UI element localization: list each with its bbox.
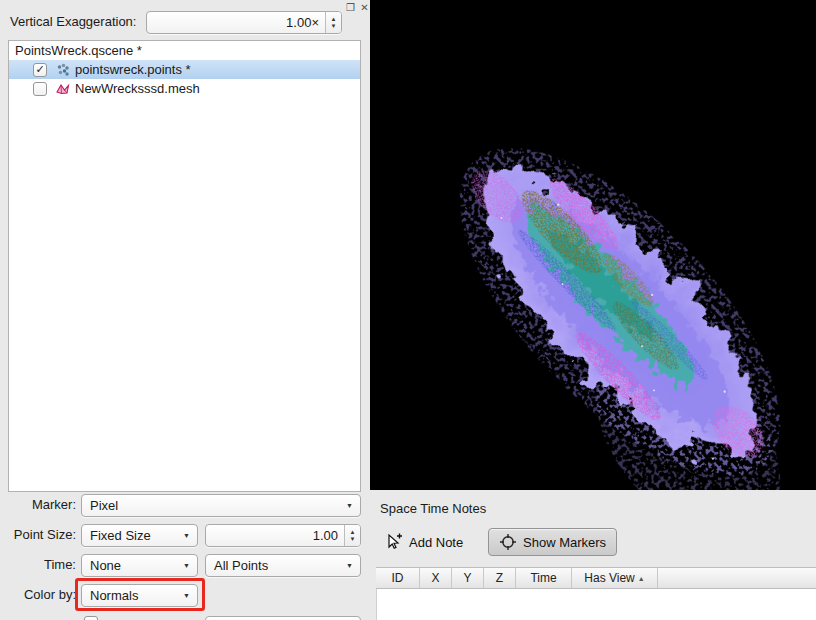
- mesh-icon: [55, 81, 71, 97]
- checkmark-icon: ✓: [35, 63, 44, 76]
- column-header-y[interactable]: Y: [452, 568, 484, 588]
- column-header-id[interactable]: ID: [376, 568, 420, 588]
- spin-steppers[interactable]: ▲ ▼: [344, 525, 360, 546]
- vertical-exaggeration-value: 1.00×: [147, 15, 325, 30]
- chevron-down-icon: ▼: [183, 532, 197, 539]
- tree-root-label: PointsWreck.qscene *: [15, 43, 142, 58]
- point-size-spinbox[interactable]: 1.00 ▲ ▼: [205, 524, 361, 547]
- chevron-down-icon: ▼: [346, 562, 360, 569]
- chevron-down-icon: ▼: [183, 562, 197, 569]
- points-layer-checkbox[interactable]: ✓: [33, 63, 47, 77]
- color-by-label: Color by:: [0, 584, 76, 606]
- space-time-notes-panel: Space Time Notes Add Note Show Markers I…: [370, 490, 816, 620]
- cursor-add-icon: [384, 532, 404, 552]
- float-window-icon[interactable]: ❐: [344, 1, 357, 14]
- application-window: Vertical Exaggeration: 1.00× ▲ ▼ ❐ ✕ Poi…: [0, 0, 816, 620]
- vertical-exaggeration-label: Vertical Exaggeration:: [10, 11, 136, 33]
- marker-combobox[interactable]: Pixel ▼: [81, 494, 361, 517]
- viewport-3d[interactable]: [370, 0, 816, 490]
- points-icon: [55, 62, 71, 78]
- add-note-button[interactable]: Add Note: [378, 528, 469, 556]
- display-settings-panel: Vertical Exaggeration: 1.00× ▲ ▼ ❐ ✕ Poi…: [0, 0, 370, 620]
- notes-table: ID X Y Z Time Has View ▲: [376, 567, 816, 620]
- column-header-filler: [658, 568, 816, 588]
- points-filter-value: All Points: [206, 558, 346, 573]
- chevron-down-icon: ▼: [183, 592, 197, 599]
- spin-up-icon[interactable]: ▲: [350, 529, 356, 536]
- marker-label: Marker:: [0, 494, 76, 516]
- point-size-mode-combobox[interactable]: Fixed Size ▼: [81, 524, 198, 547]
- spin-up-icon[interactable]: ▲: [331, 16, 337, 23]
- point-size-mode-value: Fixed Size: [82, 528, 183, 543]
- tree-item-points-layer[interactable]: ✓ pointswreck.points *: [9, 60, 360, 79]
- notes-table-header: ID X Y Z Time Has View ▲: [376, 567, 816, 589]
- spin-down-icon[interactable]: ▼: [331, 23, 337, 30]
- notes-table-body[interactable]: [376, 589, 816, 620]
- add-note-label: Add Note: [409, 535, 463, 550]
- scene-tree: PointsWreck.qscene * ✓ pointswreck.point…: [8, 40, 361, 492]
- color-by-value: Normals: [82, 588, 183, 603]
- points-layer-label: pointswreck.points *: [75, 62, 191, 77]
- point-size-label: Point Size:: [0, 524, 76, 546]
- spin-steppers[interactable]: ▲ ▼: [325, 12, 341, 33]
- cropped-combobox[interactable]: [205, 616, 361, 620]
- column-header-z[interactable]: Z: [484, 568, 516, 588]
- show-markers-button[interactable]: Show Markers: [488, 528, 617, 556]
- column-header-has-view[interactable]: Has View ▲: [572, 568, 658, 588]
- time-label: Time:: [0, 554, 76, 576]
- time-combobox[interactable]: None ▼: [81, 554, 198, 577]
- show-markers-label: Show Markers: [523, 535, 606, 550]
- point-size-value: 1.00: [206, 528, 344, 543]
- sort-ascending-icon: ▲: [638, 575, 645, 582]
- spin-down-icon[interactable]: ▼: [350, 536, 356, 543]
- mesh-layer-checkbox[interactable]: [33, 82, 47, 96]
- tree-item-scene-root[interactable]: PointsWreck.qscene *: [9, 41, 360, 60]
- point-cloud-render: [370, 0, 816, 490]
- color-by-combobox[interactable]: Normals ▼: [81, 584, 198, 607]
- crosshair-icon: [499, 533, 517, 551]
- mesh-layer-label: NewWrecksssd.mesh: [75, 81, 200, 96]
- time-value: None: [82, 558, 183, 573]
- vertical-exaggeration-spinbox[interactable]: 1.00× ▲ ▼: [146, 11, 342, 34]
- notes-panel-title: Space Time Notes: [380, 501, 486, 516]
- cropped-checkbox[interactable]: [84, 616, 98, 620]
- points-filter-combobox[interactable]: All Points ▼: [205, 554, 361, 577]
- tree-item-mesh-layer[interactable]: NewWrecksssd.mesh: [9, 79, 360, 98]
- marker-value: Pixel: [82, 498, 346, 513]
- column-header-x[interactable]: X: [420, 568, 452, 588]
- column-header-time[interactable]: Time: [516, 568, 572, 588]
- chevron-down-icon: ▼: [346, 502, 360, 509]
